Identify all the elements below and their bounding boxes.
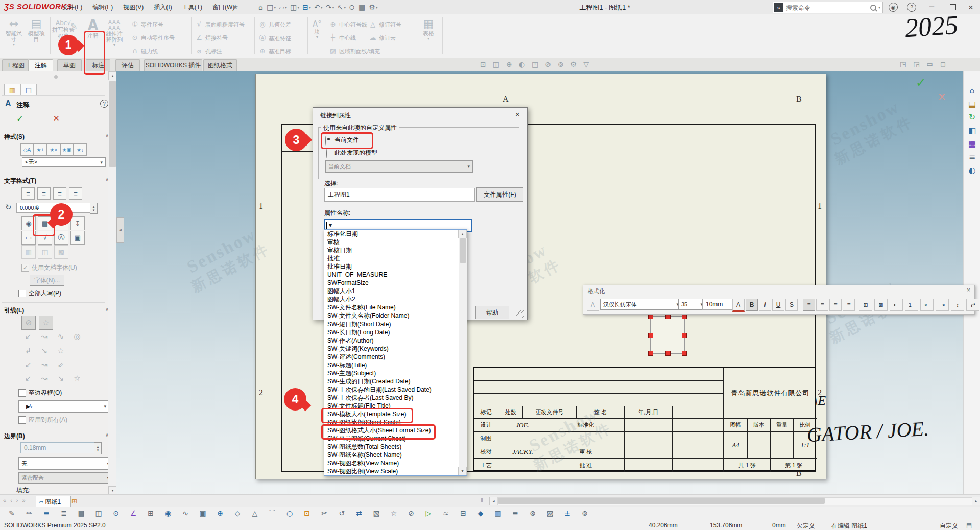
task-pane-icon[interactable]: ▤ bbox=[968, 100, 976, 108]
sheet-nav-icon[interactable]: ‹ bbox=[10, 497, 12, 503]
search-icon[interactable] bbox=[870, 5, 876, 11]
border-section-header[interactable]: 边界(B) bbox=[4, 432, 25, 441]
align-button[interactable]: ≡ bbox=[21, 187, 35, 200]
toolbar-icon[interactable]: ◆ bbox=[472, 509, 489, 518]
toolbar-icon[interactable]: ✎ bbox=[3, 509, 20, 518]
scrollbar-thumb[interactable] bbox=[109, 81, 116, 167]
scroll-down-icon[interactable]: ▾ bbox=[108, 486, 117, 495]
toolbar-icon[interactable]: ∠ bbox=[125, 509, 142, 518]
tab-addins[interactable]: SOLIDWORKS 插件 bbox=[144, 59, 202, 71]
leader-button[interactable]: ↝ bbox=[38, 332, 51, 341]
centerline-button[interactable]: ┼中心线 bbox=[329, 34, 356, 41]
help-icon[interactable]: ? bbox=[907, 3, 916, 12]
dialog-close-icon[interactable]: × bbox=[515, 110, 520, 118]
sheet-nav-icon[interactable]: » bbox=[22, 497, 25, 503]
align-justify-button[interactable]: ≡ bbox=[843, 299, 855, 311]
property-list-item[interactable]: 审核日期 bbox=[324, 246, 459, 254]
toolbar-icon[interactable]: ⊡ bbox=[298, 509, 316, 518]
bounding-box-checkbox[interactable] bbox=[18, 389, 26, 397]
quick-access-button[interactable]: ▤ bbox=[358, 3, 366, 11]
status-grid-icon[interactable]: ▤ bbox=[966, 522, 972, 528]
toolbar-icon[interactable]: ∿ bbox=[177, 509, 194, 518]
property-list-item[interactable]: SW-标题(Title) bbox=[324, 361, 459, 369]
note-grip[interactable] bbox=[682, 314, 687, 319]
quick-access-button[interactable]: ⊜ bbox=[349, 3, 355, 11]
property-list-item[interactable]: SW-评述(Comments) bbox=[324, 353, 459, 361]
text-tool-button[interactable]: ▭ bbox=[21, 231, 36, 245]
toolbar-icon[interactable]: ◫ bbox=[90, 509, 107, 518]
leader-button[interactable]: ☆ bbox=[54, 346, 67, 355]
leader-button[interactable]: ∿ bbox=[54, 332, 67, 341]
current-file-radio[interactable] bbox=[325, 136, 326, 146]
toolbar-icon[interactable]: ▤ bbox=[73, 509, 90, 518]
paragraph-tool-button[interactable]: 1≡ bbox=[905, 299, 918, 311]
leader-button[interactable]: ↝ bbox=[38, 374, 51, 383]
hscroll-left-icon[interactable]: ◂ bbox=[489, 497, 498, 505]
view-tool-icon[interactable]: ⚙ bbox=[570, 61, 577, 68]
quick-access-button[interactable]: ⊟▾ bbox=[302, 3, 311, 11]
account-icon[interactable]: ◉ bbox=[889, 3, 898, 12]
property-list-item[interactable]: SW-长日期(Long Date) bbox=[324, 328, 459, 336]
quick-access-button[interactable]: ↷▾ bbox=[326, 3, 334, 11]
leader-button[interactable]: ↲ bbox=[21, 346, 35, 355]
note-grip[interactable] bbox=[648, 314, 653, 319]
property-list-item[interactable]: SW-图纸比例(Sheet Scale) bbox=[324, 418, 459, 426]
text-tool-button[interactable]: √ bbox=[38, 231, 52, 245]
font-height-field[interactable]: 10mm bbox=[702, 299, 735, 310]
paragraph-tool-button[interactable]: ⇤ bbox=[920, 299, 934, 311]
tab-dimension[interactable]: 标注 bbox=[86, 59, 110, 71]
text-tool-button[interactable]: ↧ bbox=[70, 216, 85, 230]
property-list-item[interactable]: SW-图纸名称(Sheet Name) bbox=[324, 451, 459, 459]
task-pane-icon[interactable]: ▦ bbox=[968, 140, 976, 148]
style-button[interactable]: ★▣ bbox=[60, 143, 74, 156]
toolbar-icon[interactable]: ▷ bbox=[420, 509, 437, 518]
pm-scrollbar[interactable]: ▴ ▾ bbox=[108, 71, 117, 494]
quick-access-button[interactable]: ⚙▾ bbox=[369, 3, 378, 11]
property-list-item[interactable]: SW-视图比例(View Scale) bbox=[324, 467, 459, 475]
document-dropdown[interactable]: 当前文档▾ bbox=[325, 160, 473, 173]
leader-button[interactable]: ↘ bbox=[54, 374, 67, 383]
text-tool-button[interactable]: ▣ bbox=[70, 231, 85, 245]
toolbar-icon[interactable]: ⊗ bbox=[524, 509, 541, 518]
style-button[interactable]: ★↓ bbox=[74, 143, 87, 156]
task-pane-icon[interactable]: ◧ bbox=[968, 127, 976, 135]
paragraph-tool-button[interactable]: ⊞ bbox=[859, 299, 872, 311]
tab-sheet-format[interactable]: 图纸格式 bbox=[203, 59, 237, 71]
scrollbar-thumb[interactable] bbox=[498, 498, 825, 504]
toolbar-icon[interactable]: ≣ bbox=[55, 509, 73, 518]
toolbar-icon[interactable]: ⊚ bbox=[576, 509, 593, 518]
linear-note-pattern-button[interactable]: AAAAAA线性注释阵列▾ bbox=[104, 19, 125, 47]
property-list-item[interactable]: SW-图纸格式大小(Sheet Format Size) bbox=[324, 426, 459, 435]
geometric-tolerance-button[interactable]: ◎几何公差 bbox=[258, 20, 291, 28]
toolbar-icon[interactable]: ⊙ bbox=[107, 509, 125, 518]
viewport-icon[interactable]: ◻ bbox=[940, 61, 946, 67]
model-items-button[interactable]: ▤模型项目 bbox=[26, 17, 47, 42]
search-caret-icon[interactable]: ▾ bbox=[878, 5, 880, 10]
toolbar-icon[interactable]: ▧ bbox=[368, 509, 385, 518]
sheet-nav-icon[interactable]: › bbox=[16, 497, 18, 503]
note-grip[interactable] bbox=[665, 314, 671, 319]
list-scrollbar[interactable]: ▴ ▾ bbox=[459, 230, 467, 475]
panel-handle-dot[interactable] bbox=[54, 75, 58, 79]
center-mark-button[interactable]: ⊕中心符号线 bbox=[329, 20, 367, 28]
revision-symbol-button[interactable]: △修订符号 bbox=[369, 20, 401, 28]
property-list-item[interactable]: 审核 bbox=[324, 238, 459, 246]
toolbar-icon[interactable]: ✏ bbox=[20, 509, 38, 518]
scroll-up-icon[interactable]: ▴ bbox=[458, 230, 467, 238]
hscroll-right-icon[interactable]: ▸ bbox=[972, 497, 980, 505]
viewport-icon[interactable]: ◲ bbox=[913, 61, 919, 67]
property-list-item[interactable]: 图幅大小1 bbox=[324, 287, 459, 295]
menu-item[interactable]: 视图(V) bbox=[118, 3, 149, 12]
text-tool-button[interactable]: ▦ bbox=[21, 245, 36, 259]
toolbar-icon[interactable]: ⊕ bbox=[211, 509, 229, 518]
leader-button[interactable]: ⊘ bbox=[21, 316, 36, 330]
property-list-item[interactable]: SW-文件标题(File Title) bbox=[324, 402, 459, 410]
paragraph-tool-button[interactable]: ⊠ bbox=[874, 299, 888, 311]
property-list-item[interactable]: SW-上次保存者(Last Saved By) bbox=[324, 394, 459, 402]
horizontal-scrollbar[interactable] bbox=[497, 497, 973, 505]
minimize-button[interactable]: ─ bbox=[929, 3, 934, 10]
toolbar-icon[interactable]: ▣ bbox=[194, 509, 211, 518]
leader-button[interactable]: ↙ bbox=[21, 332, 35, 341]
datum-target-button[interactable]: ⊕基准目标 bbox=[258, 47, 291, 55]
align-button[interactable]: ≡ bbox=[53, 187, 66, 200]
